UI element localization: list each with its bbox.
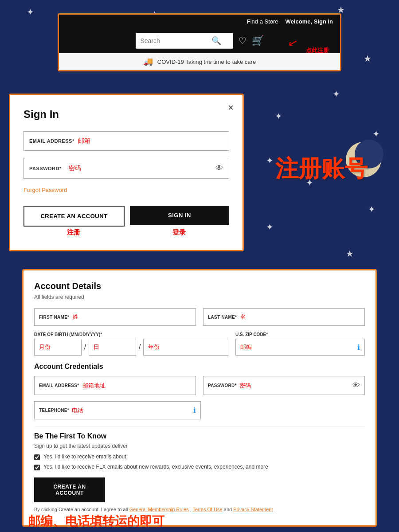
button-annotation-row: 注册 登录 bbox=[23, 227, 229, 237]
checkbox-row-2: Yes, I'd like to receive FLX emails abou… bbox=[34, 464, 365, 470]
cred-password-toggle-icon[interactable]: 👁 bbox=[352, 381, 360, 390]
name-row: FIRST NAME* 姓 LAST NAME* 名 bbox=[34, 308, 365, 326]
cred-password-annotation: 密码 bbox=[239, 382, 251, 390]
terms-comma: , bbox=[190, 507, 192, 512]
big-chinese-container: 注册账号 bbox=[253, 85, 390, 253]
terms-link-3[interactable]: Privacy Statement bbox=[233, 507, 273, 512]
cred-password-field[interactable]: PASSWORD* 密码 👁 bbox=[203, 376, 365, 395]
cred-email-label: EMAIL ADDRESS* bbox=[39, 383, 79, 388]
cred-password-label: PASSWORD* bbox=[208, 383, 237, 388]
signin-title: Sign In bbox=[23, 108, 229, 121]
search-icon: 🔍 bbox=[211, 36, 221, 46]
day-field[interactable]: 日 bbox=[89, 339, 136, 356]
create-annotation: 注册 bbox=[23, 227, 124, 237]
checkbox-2-label: Yes, I'd like to receive FLX emails abou… bbox=[43, 464, 268, 470]
day-annotation: 日 bbox=[94, 343, 99, 351]
first-name-label: FIRST NAME* bbox=[39, 315, 69, 320]
covid-bar: 🚚 COVID-19 Taking the time to take care bbox=[59, 53, 340, 70]
telephone-info-icon[interactable]: ℹ bbox=[193, 406, 196, 415]
forgot-password-link[interactable]: Forgot Password bbox=[23, 187, 67, 193]
wishlist-icon[interactable]: ♡ bbox=[239, 35, 246, 46]
terms-link-2[interactable]: Terms Of Use bbox=[193, 507, 223, 512]
signin-area: Sign In × EMAIL ADDRESS* 邮箱 PASSWORD* 密码… bbox=[9, 85, 390, 260]
be-first-title: Be The First To Know bbox=[34, 432, 365, 440]
final-create-account-button[interactable]: CREATE AN ACCOUNT bbox=[34, 477, 105, 502]
last-name-label: LAST NAME* bbox=[208, 315, 237, 320]
terms-period: . bbox=[274, 507, 276, 512]
email-annotation: 邮箱 bbox=[78, 137, 90, 145]
telephone-spacer bbox=[208, 401, 365, 419]
telephone-row: TELEPHONE* 电话 ℹ bbox=[34, 401, 365, 419]
email-label: EMAIL ADDRESS* bbox=[29, 138, 74, 144]
terms-and: and bbox=[224, 507, 232, 512]
zip-container: U.S. ZIP CODE* 邮编 ℹ bbox=[235, 332, 365, 356]
zip-label: U.S. ZIP CODE* bbox=[235, 332, 365, 337]
bottom-annotation: 邮编、电话填转运的即可 bbox=[28, 513, 164, 530]
account-details-section: Account Details All fields are required … bbox=[22, 269, 377, 527]
password-input-wrapper[interactable]: PASSWORD* 密码 👁 bbox=[23, 158, 229, 179]
dob-zip-row: DATE OF BIRTH (MM/DD/YYYY)* 月份 / 日 / 年份 … bbox=[34, 332, 365, 356]
telephone-label: TELEPHONE* bbox=[39, 408, 69, 413]
header-section: Find a Store Welcome, Sign In 🔍 ♡ 🛒 ↙ 点此… bbox=[58, 13, 341, 71]
checkbox-1-label: Yes, I'd like to receive emails about bbox=[43, 454, 126, 460]
welcome-signin-link[interactable]: Welcome, Sign In bbox=[286, 18, 333, 25]
cred-email-annotation: 邮箱地址 bbox=[82, 382, 106, 390]
dob-fields-row: 月份 / 日 / 年份 bbox=[34, 339, 228, 356]
checkbox-row-1: Yes, I'd like to receive emails about bbox=[34, 454, 365, 460]
dob-sep-2: / bbox=[139, 343, 141, 351]
signin-button-row: CREATE AN ACCOUNT SIGN IN bbox=[23, 206, 229, 227]
be-first-subtitle: Sign up to get the latest updates delive… bbox=[34, 443, 365, 449]
first-name-annotation: 姓 bbox=[73, 313, 78, 321]
month-field[interactable]: 月份 bbox=[34, 339, 82, 356]
covid-text: COVID-19 Taking the time to take care bbox=[157, 59, 256, 65]
search-box[interactable]: 🔍 bbox=[136, 33, 233, 49]
cred-email-field[interactable]: EMAIL ADDRESS* 邮箱地址 bbox=[34, 376, 196, 395]
checkbox-2[interactable] bbox=[34, 465, 40, 470]
zip-annotation: 邮编 bbox=[240, 343, 252, 351]
star-1: ✦ bbox=[27, 7, 34, 17]
dob-sep-1: / bbox=[84, 343, 86, 351]
password-toggle-icon[interactable]: 👁 bbox=[215, 164, 223, 173]
password-annotation: 密码 bbox=[69, 164, 81, 172]
signin-button[interactable]: SIGN IN bbox=[130, 206, 229, 225]
terms-text: By clicking Create an account, I agree t… bbox=[34, 507, 365, 512]
month-annotation: 月份 bbox=[39, 343, 51, 351]
dob-label: DATE OF BIRTH (MM/DD/YYYY)* bbox=[34, 332, 228, 337]
email-input-wrapper[interactable]: EMAIL ADDRESS* 邮箱 bbox=[23, 131, 229, 151]
account-subtitle: All fields are required bbox=[34, 294, 365, 300]
terms-link-1[interactable]: General Membership Rules bbox=[129, 507, 189, 512]
cart-icon[interactable]: 🛒 bbox=[252, 35, 264, 47]
checkbox-1[interactable] bbox=[34, 454, 40, 460]
dob-container: DATE OF BIRTH (MM/DD/YYYY)* 月份 / 日 / 年份 bbox=[34, 332, 228, 356]
nav-top-bar: Find a Store Welcome, Sign In bbox=[59, 15, 340, 28]
email-field-group: EMAIL ADDRESS* 邮箱 bbox=[23, 131, 229, 151]
create-account-button[interactable]: CREATE AN ACCOUNT bbox=[23, 206, 125, 227]
click-register-annotation: 点此注册 bbox=[306, 47, 329, 55]
search-input[interactable] bbox=[141, 37, 211, 44]
password-label: PASSWORD* bbox=[29, 166, 62, 171]
zip-info-icon[interactable]: ℹ bbox=[357, 343, 360, 352]
account-title: Account Details bbox=[34, 281, 365, 291]
last-name-annotation: 名 bbox=[240, 313, 246, 321]
signin-modal: Sign In × EMAIL ADDRESS* 邮箱 PASSWORD* 密码… bbox=[9, 94, 244, 251]
signin-annotation: 登录 bbox=[129, 227, 229, 237]
terms-prefix: By clicking Create an account, I agree t… bbox=[34, 507, 128, 512]
credentials-row: EMAIL ADDRESS* 邮箱地址 PASSWORD* 密码 👁 bbox=[34, 376, 365, 395]
truck-icon: 🚚 bbox=[143, 57, 153, 66]
year-field[interactable]: 年份 bbox=[143, 339, 228, 356]
be-first-section: Be The First To Know Sign up to get the … bbox=[34, 426, 365, 470]
star-4: ★ bbox=[364, 53, 372, 64]
credentials-title: Account Credentials bbox=[34, 363, 365, 371]
nav-search-row: 🔍 ♡ 🛒 bbox=[59, 28, 340, 53]
year-annotation: 年份 bbox=[148, 343, 160, 351]
big-chinese-text: 注册账号 bbox=[275, 153, 368, 184]
telephone-annotation: 电话 bbox=[72, 407, 83, 415]
last-name-field[interactable]: LAST NAME* 名 bbox=[203, 308, 365, 326]
close-button[interactable]: × bbox=[228, 102, 234, 113]
telephone-field[interactable]: TELEPHONE* 电话 ℹ bbox=[34, 401, 201, 419]
first-name-field[interactable]: FIRST NAME* 姓 bbox=[34, 308, 196, 326]
zip-field[interactable]: 邮编 ℹ bbox=[235, 339, 365, 356]
find-store-link[interactable]: Find a Store bbox=[247, 18, 278, 25]
password-field-group: PASSWORD* 密码 👁 bbox=[23, 158, 229, 179]
